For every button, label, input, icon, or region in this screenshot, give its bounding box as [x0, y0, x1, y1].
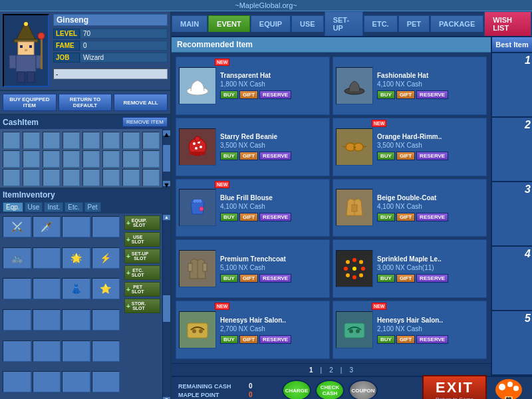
page-3-link[interactable]: 3 — [350, 366, 354, 374]
etc-slot-button[interactable]: +ETC.SLOT — [124, 265, 160, 280]
buy-button[interactable]: BUY — [377, 274, 395, 283]
buy-button[interactable]: BUY — [220, 274, 238, 283]
gift-button[interactable]: GIFT — [239, 152, 258, 160]
gift-button[interactable]: GIFT — [239, 274, 258, 283]
tab-etc[interactable]: ETC. — [364, 15, 398, 32]
reserve-button[interactable]: RESERVE — [259, 152, 291, 160]
gift-button[interactable]: GIFT — [239, 335, 258, 344]
cash-item-title: CashItem — [3, 118, 39, 127]
cash-slot — [102, 150, 120, 168]
tab-package[interactable]: PACKAGE — [430, 15, 483, 32]
pet-slot-button[interactable]: +PETSLOT — [124, 282, 160, 297]
buy-button[interactable]: BUY — [377, 335, 395, 344]
buy-button[interactable]: BUY — [377, 213, 395, 221]
best-item-slot-3[interactable]: 3 — [492, 182, 532, 247]
tab-use[interactable]: USE — [291, 15, 324, 32]
buy-button[interactable]: BUY — [220, 152, 238, 160]
page-2-link[interactable]: 2 — [329, 366, 333, 374]
remove-item-button[interactable]: REMOVE ITEM — [122, 117, 168, 127]
remaining-cash-row: REMAINING CASH 0 — [178, 382, 269, 390]
cash-info: REMAINING CASH 0 MAPLE POINT 0 — [178, 382, 269, 398]
mushroom-icon — [492, 376, 525, 399]
item-price: 2,700 NX Cash — [220, 325, 327, 332]
coupon-button[interactable]: COUPON — [348, 380, 378, 399]
buy-button[interactable]: BUY — [377, 152, 395, 160]
gift-button[interactable]: GIFT — [239, 90, 258, 99]
gift-button[interactable]: GIFT — [396, 213, 415, 221]
stor-slot-button[interactable]: +STOR.SLOT — [124, 299, 160, 313]
cash-slot — [122, 150, 140, 168]
item-name: Henesys Hair Salon.. — [220, 317, 327, 324]
best-num-3: 3 — [525, 184, 531, 196]
new-badge: NEW — [215, 303, 229, 310]
svg-rect-3 — [18, 42, 34, 55]
equip-slot-button[interactable]: +EQUIP.SLOT — [124, 215, 160, 230]
item-buttons: BUY GIFT RESERVE — [220, 274, 327, 283]
tab-use[interactable]: Use — [25, 202, 43, 212]
tab-main[interactable]: MAIN — [172, 15, 207, 32]
return-default-button[interactable]: RETURN TO DEFAULT — [59, 94, 112, 111]
buy-button[interactable]: BUY — [220, 90, 238, 99]
item-buttons: BUY GIFT RESERVE — [220, 90, 327, 99]
item-info: NEW Henesys Hair Salon.. 2,100 NX Cash B… — [373, 317, 483, 344]
cash-slot — [63, 132, 80, 149]
reserve-button[interactable]: RESERVE — [416, 90, 448, 99]
reserve-button[interactable]: RESERVE — [416, 274, 448, 283]
gift-button[interactable]: GIFT — [239, 213, 258, 221]
item-info: Premium Trenchcoat 5,100 NX Cash BUY GIF… — [216, 255, 327, 283]
check-cash-button[interactable]: CHECKCASH — [315, 380, 344, 399]
item-image — [179, 250, 216, 287]
tab-inst[interactable]: Inst. — [44, 202, 63, 212]
gift-button[interactable]: GIFT — [396, 90, 415, 99]
inv-scrollbar[interactable]: ▲ ▼ — [162, 213, 170, 399]
svg-rect-50 — [344, 323, 364, 338]
exit-button[interactable]: EXIT Return to Game — [422, 375, 487, 400]
item-image — [336, 250, 373, 287]
inv-slot: 🚲 — [3, 247, 31, 269]
reserve-button[interactable]: RESERVE — [259, 90, 291, 99]
inv-scroll-up[interactable]: ▲ — [163, 215, 170, 220]
setup-slot-button[interactable]: +SET-UPSLOT — [124, 249, 160, 263]
gift-button[interactable]: GIFT — [396, 274, 415, 283]
tab-setup[interactable]: SET-UP — [325, 11, 363, 36]
page-1-link[interactable]: 1 — [309, 366, 313, 374]
use-slot-button[interactable]: +USESLOT — [124, 232, 160, 247]
scroll-thumb[interactable] — [163, 145, 170, 172]
item-price: 4,100 NX Cash — [220, 203, 327, 210]
tab-wish-list[interactable]: WISH LIST — [484, 11, 531, 36]
tab-pet[interactable]: PET — [398, 15, 430, 32]
new-badge: NEW — [215, 59, 229, 66]
reserve-button[interactable]: RESERVE — [416, 335, 448, 344]
tab-etc[interactable]: Etc. — [65, 202, 82, 212]
reserve-button[interactable]: RESERVE — [416, 213, 448, 221]
tab-equip[interactable]: Eqp. — [3, 202, 23, 212]
scroll-up-arrow[interactable]: ▲ — [163, 130, 170, 136]
charge-button[interactable]: CHARGE — [282, 380, 311, 399]
svg-point-17 — [193, 142, 196, 145]
best-item-slot-1[interactable]: 1 — [492, 53, 532, 118]
scroll-down-arrow[interactable]: ▼ — [163, 181, 170, 186]
cash-scrollbar[interactable]: ▲ ▼ — [162, 129, 170, 188]
best-item-slot-4[interactable]: 4 — [492, 247, 532, 311]
buy-equipped-button[interactable]: BUY EQUIPPED ITEM — [3, 94, 57, 111]
best-item-slot-5[interactable]: 5 — [492, 311, 532, 376]
reserve-button[interactable]: RESERVE — [416, 152, 448, 160]
remove-all-button[interactable]: REMOVE ALL — [114, 94, 168, 111]
gift-button[interactable]: GIFT — [396, 335, 415, 344]
svg-rect-32 — [188, 263, 192, 271]
buy-button[interactable]: BUY — [220, 335, 238, 344]
cash-slot — [43, 169, 60, 186]
buy-button[interactable]: BUY — [220, 213, 238, 221]
gift-button[interactable]: GIFT — [396, 152, 415, 160]
item-image — [179, 128, 216, 166]
reserve-button[interactable]: RESERVE — [259, 274, 291, 283]
inv-scroll-thumb[interactable] — [163, 295, 170, 322]
search-input[interactable] — [53, 68, 168, 79]
tab-event[interactable]: EVENT — [208, 15, 250, 32]
reserve-button[interactable]: RESERVE — [259, 335, 291, 344]
tab-equip[interactable]: EQUIP — [251, 15, 291, 32]
best-item-slot-2[interactable]: 2 — [492, 118, 532, 182]
reserve-button[interactable]: RESERVE — [259, 213, 291, 221]
tab-pet[interactable]: Pet — [84, 202, 101, 212]
buy-button[interactable]: BUY — [377, 90, 395, 99]
